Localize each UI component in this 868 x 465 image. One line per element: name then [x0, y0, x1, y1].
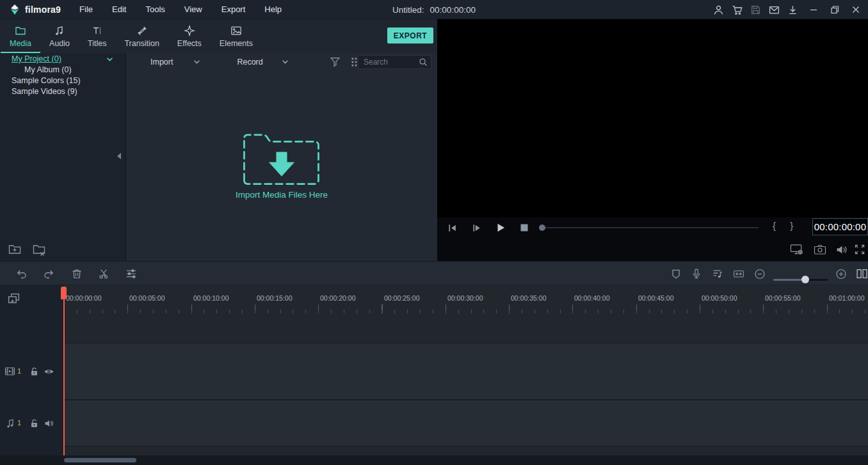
speaker-icon[interactable]	[44, 418, 54, 429]
timeline-scrollbar-thumb[interactable]	[64, 458, 136, 462]
record-menu[interactable]: Record	[237, 58, 288, 67]
close-button[interactable]	[850, 4, 862, 15]
download-icon[interactable]	[787, 4, 798, 15]
playback-progress-handle[interactable]	[539, 225, 545, 231]
export-button[interactable]: EXPORT	[387, 28, 433, 43]
picture-icon	[230, 25, 242, 36]
tab-label: Titles	[88, 39, 106, 48]
tab-effects[interactable]: Effects	[168, 19, 211, 53]
ruler-label: 00:01:00:00	[829, 294, 864, 302]
playhead-handle[interactable]	[61, 287, 67, 299]
video-track-row[interactable]	[64, 343, 868, 400]
volume-icon[interactable]	[835, 243, 849, 256]
zoom-slider[interactable]	[773, 279, 828, 281]
ruler-label: 00:00:05:00	[129, 294, 165, 302]
menu-help[interactable]: Help	[255, 4, 291, 14]
delete-folder-icon[interactable]	[31, 241, 46, 256]
audio-mixer-icon[interactable]	[712, 268, 723, 280]
folder-icon	[15, 25, 26, 36]
library-sidebar: My Project (0) My Album (0) Sample Color…	[0, 53, 126, 261]
menu-view[interactable]: View	[175, 4, 212, 14]
mark-in-out-brackets[interactable]: { }	[773, 220, 799, 231]
ruler-label: 00:00:35:00	[511, 294, 546, 302]
playback-progress-slider[interactable]	[540, 227, 759, 228]
chevron-down-icon	[282, 59, 289, 65]
marker-icon[interactable]	[670, 268, 682, 280]
undo-icon[interactable]	[16, 268, 28, 280]
panel-layout-icon[interactable]	[856, 268, 868, 280]
timeline-scrollbar[interactable]	[0, 455, 868, 465]
menu-file[interactable]: File	[70, 4, 102, 14]
maximize-button[interactable]	[829, 4, 840, 15]
chevron-down-icon[interactable]	[106, 57, 113, 62]
delete-icon[interactable]	[71, 268, 83, 280]
adjust-icon[interactable]	[125, 268, 137, 280]
display-settings-icon[interactable]	[790, 243, 804, 256]
voiceover-mic-icon[interactable]	[691, 268, 702, 280]
cart-icon[interactable]	[731, 4, 743, 15]
search-input[interactable]	[358, 58, 417, 67]
zoom-out-icon[interactable]	[754, 268, 766, 280]
tab-titles[interactable]: Titles	[79, 19, 115, 53]
lock-icon[interactable]	[29, 418, 40, 429]
new-folder-icon[interactable]	[7, 241, 22, 256]
eye-icon[interactable]	[44, 366, 54, 377]
sidebar-collapse-icon[interactable]	[117, 153, 121, 159]
media-panel: Import Record	[126, 53, 437, 261]
lock-icon[interactable]	[29, 366, 40, 377]
ruler-label: 00:00:30:00	[447, 294, 483, 302]
tab-audio[interactable]: Audio	[40, 19, 79, 53]
menu-edit[interactable]: Edit	[102, 4, 136, 14]
import-folder-icon	[230, 130, 333, 185]
playhead-line	[63, 287, 65, 455]
mail-icon[interactable]	[768, 4, 780, 15]
add-track-icon[interactable]	[6, 292, 20, 306]
sidebar-item-sample-videos[interactable]: Sample Videos (9)	[0, 87, 126, 98]
menu-tools[interactable]: Tools	[136, 4, 174, 14]
tab-transition[interactable]: Transition	[115, 19, 168, 53]
filmora-window: filmora9 File Edit Tools View Export Hel…	[0, 0, 868, 465]
minimize-button[interactable]	[808, 4, 819, 15]
sidebar-item-sample-colors[interactable]: Sample Colors (15)	[0, 76, 126, 87]
sidebar-item-my-project[interactable]: My Project (0)	[0, 54, 126, 65]
media-dropzone[interactable]: Import Media Files Here	[230, 130, 333, 200]
fullscreen-icon[interactable]	[853, 243, 867, 256]
search-icon[interactable]	[417, 56, 429, 68]
search-box	[358, 55, 431, 69]
account-icon[interactable]	[712, 4, 724, 15]
next-frame-icon[interactable]	[470, 222, 482, 233]
ruler-label: 00:00:45:00	[638, 294, 673, 302]
ruler-label: 00:00:10:00	[193, 294, 229, 302]
filter-icon[interactable]	[330, 56, 341, 68]
preview-panel: { } 00:00:00:00	[437, 19, 868, 261]
split-scissors-icon[interactable]	[98, 268, 109, 280]
track-number: 1	[17, 419, 21, 427]
ruler-minor-ticks[interactable]	[64, 310, 868, 313]
redo-icon[interactable]	[43, 268, 54, 280]
text-title-icon	[92, 25, 103, 36]
save-icon[interactable]	[750, 4, 761, 15]
ruler-label: 00:00:20:00	[320, 294, 355, 302]
ruler-label: 00:00:55:00	[765, 294, 800, 302]
playback-controls: { } 00:00:00:00	[437, 217, 868, 238]
snapshot-icon[interactable]	[813, 243, 827, 256]
dropzone-label: Import Media Files Here	[230, 190, 333, 200]
tab-label: Transition	[124, 39, 159, 48]
sidebar-item-my-album[interactable]: My Album (0)	[0, 65, 126, 76]
app-logo: filmora9	[0, 4, 70, 15]
tab-media[interactable]: Media	[1, 19, 40, 53]
track-header-gutter: 1 1	[0, 285, 64, 455]
stop-icon[interactable]	[518, 222, 530, 233]
audio-track-icon	[5, 418, 16, 429]
play-icon[interactable]	[495, 222, 506, 233]
fit-timeline-icon[interactable]	[733, 268, 744, 280]
previous-frame-icon[interactable]	[446, 222, 458, 233]
tab-elements[interactable]: Elements	[211, 19, 262, 53]
audio-track-row[interactable]	[64, 400, 868, 446]
library-section: My Project (0) My Album (0) Sample Color…	[0, 53, 437, 261]
import-menu[interactable]: Import	[150, 58, 200, 67]
zoom-slider-handle[interactable]	[801, 276, 809, 283]
menu-export[interactable]: Export	[212, 4, 255, 14]
menu-bar: File Edit Tools View Export Help	[70, 4, 291, 14]
zoom-in-icon[interactable]	[835, 268, 847, 280]
